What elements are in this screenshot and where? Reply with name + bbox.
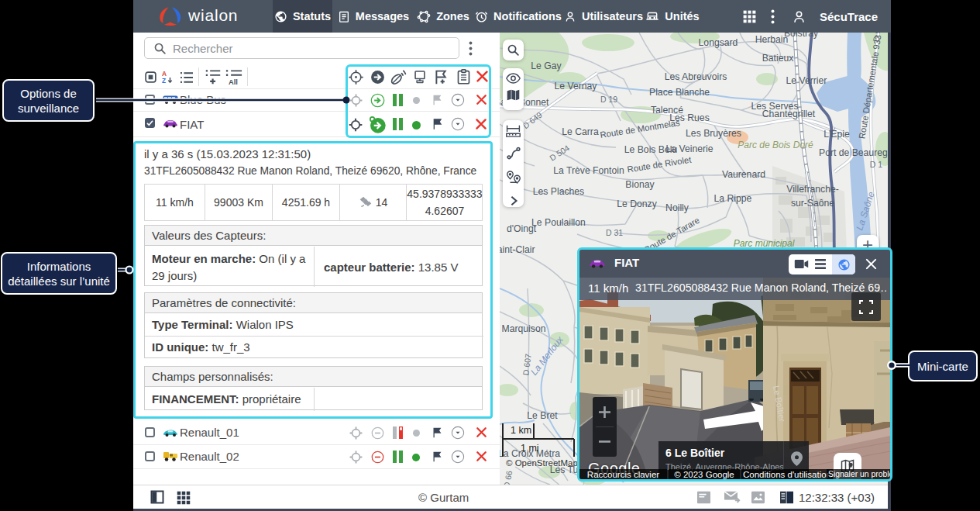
- svg-text:D 31: D 31: [606, 228, 623, 237]
- svg-text:Le Poulaillon: Le Poulaillon: [531, 217, 586, 228]
- svg-text:D 19: D 19: [600, 95, 617, 104]
- svg-text:Parc de Bois Doré: Parc de Bois Doré: [738, 140, 813, 150]
- svg-text:Les Abreuvoirs: Les Abreuvoirs: [665, 71, 727, 82]
- svg-text:Le Gay: Le Gay: [531, 60, 562, 71]
- svg-text:L'Épie: L'Épie: [824, 128, 850, 140]
- svg-text:La Trève Fontoin: La Trève Fontoin: [553, 165, 624, 176]
- svg-text:Place Blanche: Place Blanche: [649, 87, 710, 98]
- svg-text:La Rippe: La Rippe: [714, 193, 752, 204]
- svg-text:Port de Beaurega: Port de Beaurega: [819, 147, 888, 158]
- svg-text:Le Donzy: Le Donzy: [617, 199, 657, 209]
- svg-text:Le Bret: Le Bret: [527, 410, 558, 421]
- svg-text:Les Plaches: Les Plaches: [533, 186, 584, 197]
- svg-text:Vaurenard: Vaurenard: [722, 169, 765, 180]
- svg-text:A: A: [162, 71, 167, 78]
- svg-text:Saint-Clair: Saint-Clair: [500, 244, 535, 255]
- svg-text:Herbain: Herbain: [755, 34, 789, 45]
- svg-text:Le Carra: Le Carra: [562, 126, 599, 137]
- svg-text:Noilly: Noilly: [665, 202, 689, 213]
- svg-text:Marquison: Marquison: [502, 323, 546, 334]
- svg-text:Z: Z: [162, 78, 166, 85]
- svg-text:D 1: D 1: [870, 160, 883, 169]
- svg-text:Les Bruyères: Les Bruyères: [686, 128, 741, 139]
- svg-text:1 km: 1 km: [511, 425, 531, 436]
- svg-text:Batieux: Batieux: [762, 53, 794, 64]
- svg-text:Le Vernay: Le Vernay: [555, 81, 598, 91]
- svg-text:Bionay: Bionay: [625, 179, 655, 190]
- svg-text:sur-Saône: sur-Saône: [791, 198, 834, 209]
- svg-text:Villefranche-: Villefranche-: [786, 184, 839, 195]
- svg-text:Chantegrillet: Chantegrillet: [762, 109, 816, 119]
- svg-text:Le Verrier: Le Verrier: [786, 75, 827, 86]
- svg-text:All: All: [229, 78, 238, 85]
- svg-text:Boistray: Boistray: [784, 33, 819, 39]
- svg-text:La Veinerie: La Veinerie: [666, 143, 714, 154]
- svg-text:d'Oingt: d'Oingt: [507, 223, 537, 234]
- svg-text:Longsard: Longsard: [699, 37, 738, 48]
- svg-text:1 mi: 1 mi: [521, 443, 539, 454]
